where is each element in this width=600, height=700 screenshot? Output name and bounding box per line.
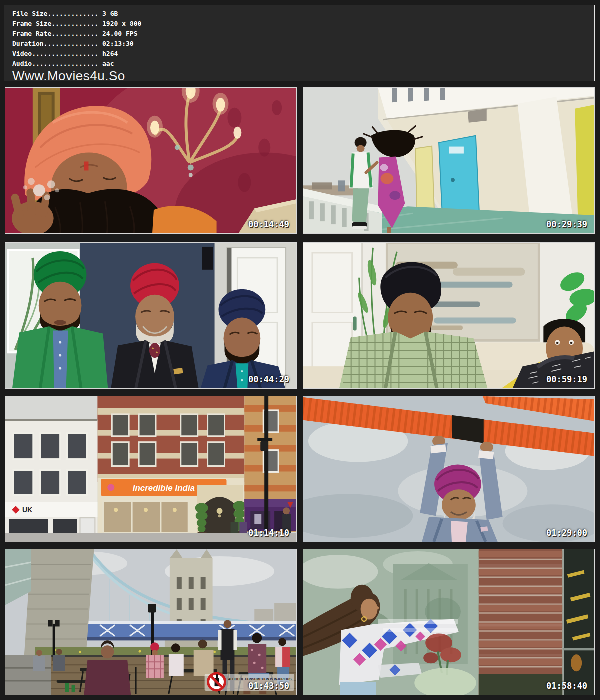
- info-line-file-size: File Size............. 3 GB: [12, 9, 594, 19]
- info-line-audio: Audio................. aac: [12, 59, 594, 69]
- screenshot-7-timestamp: 01:43:50: [248, 681, 290, 691]
- media-info-panel: File Size............. 3 GB Frame Size..…: [4, 5, 595, 82]
- screenshot-5: Incredible India UK: [5, 396, 297, 542]
- screenshot-3-timestamp: 00:44:29: [248, 374, 290, 384]
- screenshot-3: 00:44:29: [5, 242, 297, 389]
- incredible-india-sign-text: Incredible India: [133, 484, 195, 493]
- screenshot-7-scene: ALCOHOL CONSUMPTION IS INJURIOUS: [6, 550, 296, 695]
- screenshot-1: 00:14:49: [5, 88, 297, 234]
- screenshot-1-timestamp: 00:14:49: [248, 220, 290, 230]
- screenshot-3-scene: [6, 243, 296, 388]
- screenshot-6: 01:29:00: [303, 396, 595, 542]
- screenshot-6-scene: [304, 396, 594, 542]
- screenshot-2-timestamp: 00:29:39: [546, 220, 588, 230]
- screenshot-8-timestamp: 01:58:40: [546, 681, 588, 691]
- info-line-frame-size: Frame Size............ 1920 x 800: [12, 19, 594, 29]
- screenshot-4-timestamp: 00:59:19: [546, 374, 588, 384]
- uk-sign-text: UK: [22, 506, 32, 514]
- watermark-text: Www.Movies4u.So: [12, 69, 594, 83]
- screenshot-7: ALCOHOL CONSUMPTION IS INJURIOUS 01:43:5…: [5, 549, 297, 696]
- screenshot-4-scene: [304, 243, 594, 388]
- screenshot-1-scene: [6, 88, 296, 234]
- screenshot-5-scene: Incredible India UK: [6, 396, 296, 542]
- screenshot-sheet: File Size............. 3 GB Frame Size..…: [0, 0, 600, 700]
- info-line-duration: Duration.............. 02:13:30: [12, 39, 594, 49]
- no-alcohol-icon: [208, 674, 226, 690]
- screenshot-8: 01:58:40: [303, 549, 595, 696]
- screenshot-6-timestamp: 01:29:00: [546, 528, 588, 538]
- screenshot-2: 00:29:39: [303, 88, 595, 234]
- screenshot-8-scene: [304, 550, 594, 695]
- info-line-video: Video................. h264: [12, 49, 594, 59]
- screenshot-2-scene: [304, 88, 594, 234]
- info-line-frame-rate: Frame Rate............ 24.00 FPS: [12, 29, 594, 39]
- screenshot-5-timestamp: 01:14:10: [248, 528, 290, 538]
- screenshot-4: 00:59:19: [303, 242, 595, 389]
